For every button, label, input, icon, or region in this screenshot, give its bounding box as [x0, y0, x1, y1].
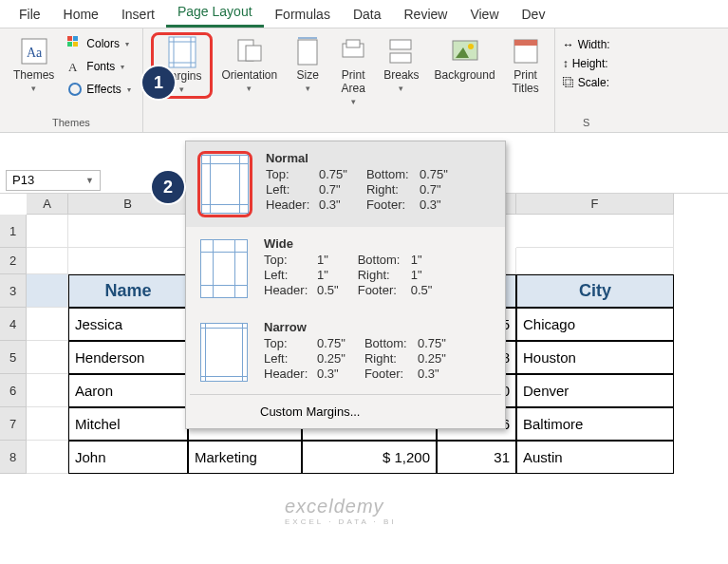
tab-home[interactable]: Home	[52, 1, 110, 28]
margin-preset-icon	[201, 155, 249, 214]
cell[interactable]: Chicago	[516, 308, 674, 341]
background-button[interactable]: Background	[429, 32, 501, 85]
group-themes: Aa Themes ▾ Colors▾ A Fonts▾ Effects▾	[0, 28, 143, 132]
row-header[interactable]: 1	[0, 215, 27, 248]
cell[interactable]	[27, 308, 68, 341]
chevron-down-icon: ▾	[179, 85, 184, 94]
cell[interactable]: John	[68, 441, 188, 474]
print-area-button[interactable]: Print Area ▾	[332, 32, 374, 110]
cell[interactable]	[27, 215, 68, 248]
chevron-down-icon: ▼	[85, 176, 94, 185]
margins-icon	[166, 37, 196, 67]
cell[interactable]: 31	[437, 441, 516, 474]
row-header[interactable]: 7	[0, 407, 27, 441]
name-box[interactable]: P13 ▼	[6, 170, 101, 191]
cell[interactable]	[27, 407, 68, 441]
cell[interactable]: Houston	[516, 341, 674, 374]
cell[interactable]	[27, 248, 68, 274]
themes-button[interactable]: Aa Themes ▾	[8, 32, 60, 97]
size-icon	[292, 36, 323, 66]
group-scale: ↔Width: ↕Height: ⿻Scale: S	[555, 28, 618, 132]
cell[interactable]	[27, 441, 68, 474]
margin-preset-wide[interactable]: WideTop:1"Left:1"Header:0.5"Bottom:1"Rig…	[186, 227, 505, 310]
cell[interactable]	[516, 215, 674, 248]
row-header[interactable]: 2	[0, 248, 27, 274]
height-control[interactable]: ↕Height:	[563, 55, 608, 72]
tab-formulas[interactable]: Formulas	[264, 1, 342, 28]
chevron-down-icon: ▾	[121, 63, 124, 71]
cell[interactable]: Austin	[516, 441, 674, 474]
column-header[interactable]: F	[516, 194, 674, 215]
tab-review[interactable]: Review	[393, 1, 459, 28]
print-area-icon	[338, 36, 368, 66]
cell[interactable]: $ 1,200	[302, 441, 437, 474]
tab-view[interactable]: View	[458, 1, 510, 28]
svg-point-7	[69, 84, 81, 95]
margin-preset-normal[interactable]: NormalTop:0.75"Left:0.7"Header:0.3"Botto…	[186, 141, 505, 227]
svg-text:A: A	[68, 60, 78, 74]
cell[interactable]: Name	[68, 274, 188, 308]
margin-preset-icon	[200, 323, 248, 382]
cell[interactable]	[68, 215, 188, 248]
print-titles-button[interactable]: Print Titles	[505, 32, 547, 99]
effects-icon	[67, 82, 83, 97]
cell[interactable]: Aaron	[68, 374, 188, 407]
cell[interactable]: Mitchel	[68, 407, 188, 441]
cell[interactable]: Baltimore	[516, 407, 674, 441]
row-header[interactable]: 5	[0, 341, 27, 374]
cell[interactable]	[27, 374, 68, 407]
tab-page-layout[interactable]: Page Layout	[166, 0, 264, 28]
width-control[interactable]: ↔Width:	[563, 36, 610, 53]
print-titles-icon	[511, 36, 541, 66]
tab-insert[interactable]: Insert	[110, 1, 166, 28]
orientation-icon	[234, 36, 265, 66]
callout-badge-1: 1	[142, 66, 175, 99]
cell[interactable]	[68, 248, 188, 274]
svg-rect-5	[73, 42, 78, 47]
scale-control[interactable]: ⿻Scale:	[563, 74, 609, 91]
themes-icon: Aa	[19, 36, 49, 66]
colors-icon	[67, 36, 83, 51]
fonts-button[interactable]: A Fonts▾	[64, 57, 134, 76]
chevron-down-icon: ▾	[399, 84, 403, 93]
margins-dropdown: NormalTop:0.75"Left:0.7"Header:0.3"Botto…	[185, 141, 506, 429]
row-header[interactable]: 4	[0, 308, 27, 341]
callout-badge-2: 2	[152, 171, 184, 203]
svg-rect-19	[390, 40, 411, 49]
column-header[interactable]: A	[27, 194, 68, 215]
group-page-setup: Margins ▾ Orientation ▾ Size ▾ Print Are…	[143, 28, 555, 132]
chevron-down-icon: ▾	[306, 84, 310, 93]
breaks-icon	[386, 36, 417, 66]
cell[interactable]	[27, 341, 68, 374]
chevron-down-icon: ▾	[127, 85, 131, 94]
chevron-down-icon: ▾	[247, 84, 252, 93]
row-header[interactable]: 6	[0, 374, 27, 407]
effects-button[interactable]: Effects▾	[64, 80, 134, 99]
breaks-button[interactable]: Breaks ▾	[378, 32, 424, 97]
height-icon: ↕	[563, 57, 569, 70]
cell[interactable]: Denver	[516, 374, 674, 407]
row-header[interactable]: 8	[0, 441, 27, 474]
cell[interactable]: City	[516, 274, 674, 308]
width-icon: ↔	[563, 38, 574, 51]
size-button[interactable]: Size ▾	[287, 32, 328, 97]
tab-file[interactable]: File	[8, 1, 52, 28]
svg-rect-25	[514, 40, 537, 46]
svg-rect-3	[73, 36, 78, 41]
cell[interactable]: Henderson	[68, 341, 188, 374]
cell[interactable]	[27, 274, 68, 308]
watermark: exceldemy EXCEL · DATA · BI	[285, 496, 397, 526]
tab-data[interactable]: Data	[342, 1, 393, 28]
tab-dev[interactable]: Dev	[511, 1, 557, 28]
colors-button[interactable]: Colors▾	[64, 34, 134, 53]
ribbon: Aa Themes ▾ Colors▾ A Fonts▾ Effects▾	[0, 28, 728, 133]
orientation-button[interactable]: Orientation ▾	[216, 32, 284, 97]
row-header[interactable]: 3	[0, 274, 27, 308]
cell[interactable]	[516, 248, 674, 274]
cell[interactable]: Jessica	[68, 308, 188, 341]
group-label-themes: Themes	[8, 115, 135, 128]
chevron-down-icon: ▾	[31, 84, 36, 93]
margin-preset-narrow[interactable]: NarrowTop:0.75"Left:0.25"Header:0.3"Bott…	[186, 310, 505, 394]
cell[interactable]: Marketing	[188, 441, 302, 474]
custom-margins-item[interactable]: Custom Margins...	[186, 395, 505, 428]
